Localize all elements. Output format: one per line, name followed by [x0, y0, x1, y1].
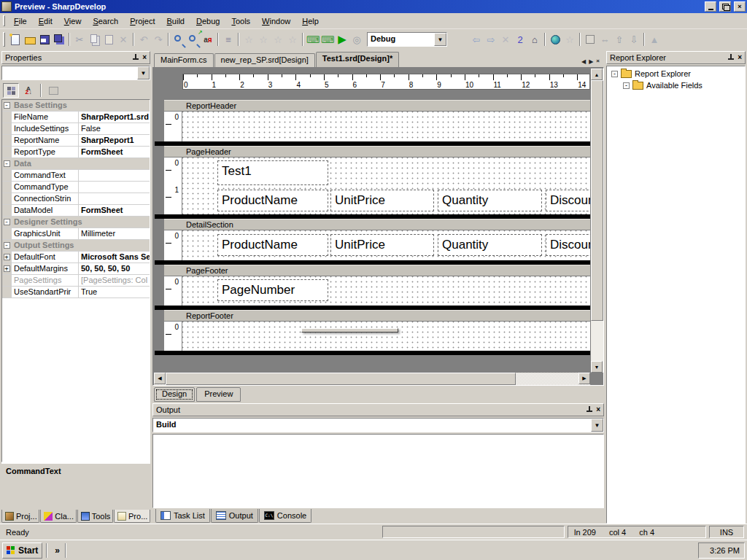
collapse-icon[interactable]: - — [623, 82, 630, 89]
horizontal-scroll-track[interactable] — [516, 373, 578, 385]
report-designer-surface[interactable]: 01234567891011121314 ReportHeader0PageHe… — [152, 67, 604, 386]
property-row-reportname[interactable]: ReportNameSharpReport1 — [2, 135, 150, 147]
property-value[interactable] — [79, 182, 150, 192]
menu-project[interactable]: Project — [124, 15, 160, 28]
property-pages-button[interactable] — [45, 83, 61, 98]
tree-item-report-explorer[interactable]: -Report Explorer — [607, 68, 745, 79]
vertical-scroll-track[interactable] — [591, 321, 603, 361]
pin-icon[interactable] — [727, 54, 735, 61]
paste-icon[interactable] — [102, 33, 115, 46]
property-row-includesettings[interactable]: IncludeSettingsFalse — [2, 123, 150, 135]
macro-record-icon[interactable]: ⌨ — [306, 33, 320, 46]
property-category-data[interactable]: -Data — [2, 158, 150, 170]
find-icon[interactable] — [172, 33, 185, 46]
open-icon[interactable] — [23, 33, 36, 46]
collapse-icon[interactable]: - — [4, 219, 10, 225]
close-document-icon[interactable]: × — [596, 58, 600, 65]
property-value[interactable]: SharpReport1 — [79, 135, 150, 146]
property-value[interactable]: False — [79, 123, 150, 134]
back-icon[interactable]: ⇦ — [470, 33, 483, 46]
property-category-designer-settings[interactable]: -Designer Settings — [2, 217, 150, 228]
view-tab-design[interactable]: Design — [154, 387, 195, 402]
section-canvas[interactable]: Test1ProductNameUnitPriceQuantityDiscoun… — [182, 158, 590, 214]
close-panel-icon[interactable]: × — [142, 54, 147, 61]
property-row-connectionstrin[interactable]: ConnectionStrin — [2, 193, 150, 205]
tab-cla[interactable]: Cla... — [40, 510, 76, 523]
object-selector-combobox[interactable]: ▼ — [1, 66, 150, 80]
report-item-unitprice[interactable]: UnitPrice — [330, 190, 434, 211]
menu-view[interactable]: View — [58, 15, 88, 28]
menu-file[interactable]: File — [8, 15, 33, 28]
replace-icon[interactable]: aя — [201, 33, 214, 46]
save-all-icon[interactable] — [53, 33, 66, 46]
collapse-icon[interactable]: - — [611, 71, 618, 77]
property-row-graphicsunit[interactable]: GraphicsUnitMillimeter — [2, 228, 150, 240]
pin-icon[interactable] — [132, 54, 139, 61]
tree-item-available-fields[interactable]: -Available Fields — [607, 79, 745, 91]
horizontal-scroll-thumb[interactable] — [166, 373, 516, 385]
collapse-icon[interactable]: - — [4, 102, 10, 109]
save-icon[interactable] — [38, 33, 51, 46]
start-button[interactable]: Start — [2, 542, 42, 559]
report-item-pagenumber[interactable]: PageNumber — [217, 279, 328, 301]
property-row-usestandartprir[interactable]: UseStandartPrirTrue — [2, 287, 150, 298]
tab-proj[interactable]: Proj... — [1, 510, 39, 523]
property-category-base-settings[interactable]: -Base Settings — [2, 100, 150, 112]
report-item-productname[interactable]: ProductName — [217, 234, 328, 256]
section-bar-pageheader[interactable]: PageHeader — [164, 146, 590, 157]
vertical-scrollbar[interactable]: ▲ ▼ — [591, 69, 603, 373]
bookmark-prev-icon[interactable]: ☆ — [257, 33, 270, 46]
tab-output[interactable]: Output — [211, 509, 258, 523]
menu-debug[interactable]: Debug — [190, 15, 225, 28]
section-bar-reportheader[interactable]: ReportHeader — [164, 100, 590, 111]
property-category-output-settings[interactable]: -Output Settings — [2, 240, 150, 252]
menu-edit[interactable]: Edit — [33, 15, 58, 28]
undo-icon[interactable]: ↶ — [137, 33, 150, 46]
collapse-icon[interactable]: - — [4, 160, 10, 167]
menu-build[interactable]: Build — [161, 15, 190, 28]
report-item-productname[interactable]: ProductName — [217, 190, 328, 211]
property-value[interactable]: 50, 50, 50, 50 — [79, 263, 150, 274]
property-row-datamodel[interactable]: DataModelFormSheet — [2, 205, 150, 217]
scroll-up-icon[interactable]: ▲ — [591, 69, 603, 80]
scroll-down-icon[interactable]: ▼ — [591, 361, 603, 373]
property-row-reporttype[interactable]: ReportTypeFormSheet — [2, 147, 150, 158]
section-bar-reportfooter[interactable]: ReportFooter — [164, 310, 590, 321]
tab-pro[interactable]: Pro... — [114, 510, 150, 523]
stop-icon[interactable]: ◎ — [350, 33, 363, 46]
close-panel-icon[interactable]: × — [738, 54, 742, 61]
menubar-grip-handle[interactable] — [3, 15, 5, 26]
clock[interactable]: 3:26 PM — [705, 546, 740, 555]
minimize-button[interactable] — [705, 1, 716, 12]
arrow-down-icon[interactable]: ⇩ — [627, 33, 640, 46]
chevron-more-icon[interactable]: » — [53, 545, 61, 556]
window-2-icon[interactable]: 2 — [514, 33, 527, 46]
pin-icon[interactable] — [586, 406, 593, 413]
document-tab-new-rep-sp-srd-design[interactable]: new_rep_SP.srd[Design] — [214, 53, 315, 67]
delete-icon[interactable]: ✕ — [117, 33, 130, 46]
property-value[interactable]: SharpReport1.srd — [79, 112, 150, 122]
property-value[interactable] — [79, 170, 150, 181]
property-row-defaultfont[interactable]: +DefaultFontMicrosoft Sans Ser — [2, 252, 150, 263]
run-icon[interactable]: ▶ — [336, 33, 349, 46]
scroll-left-icon[interactable]: ◀ — [154, 373, 166, 384]
expand-icon[interactable]: + — [4, 265, 10, 272]
find-in-files-icon[interactable] — [187, 33, 200, 46]
document-tab-test1-srd-design[interactable]: Test1.srd[Design]* — [316, 52, 399, 67]
report-item-test1[interactable]: Test1 — [217, 160, 328, 185]
menu-help[interactable]: Help — [296, 15, 325, 28]
view-tab-preview[interactable]: Preview — [196, 387, 241, 402]
property-value[interactable]: [PageSettings: Col — [79, 275, 150, 286]
document-tab-mainform-cs[interactable]: MainForm.cs — [154, 53, 214, 67]
home-icon[interactable]: ⌂ — [528, 33, 541, 46]
property-value[interactable]: Millimeter — [79, 228, 150, 239]
property-row-commandtext[interactable]: CommandText — [2, 170, 150, 182]
report-item-unitprice[interactable]: UnitPrice — [330, 234, 434, 256]
sort-items-icon[interactable]: ▲ — [648, 33, 661, 46]
arrow-up-icon[interactable]: ⇧ — [613, 33, 626, 46]
section-canvas[interactable] — [182, 112, 590, 141]
close-button[interactable]: × — [734, 1, 746, 12]
forward-icon[interactable]: ⇨ — [484, 33, 498, 46]
horizontal-scrollbar[interactable]: ◀ ▶ — [154, 373, 590, 385]
report-item-quantity[interactable]: Quantity — [438, 190, 542, 211]
